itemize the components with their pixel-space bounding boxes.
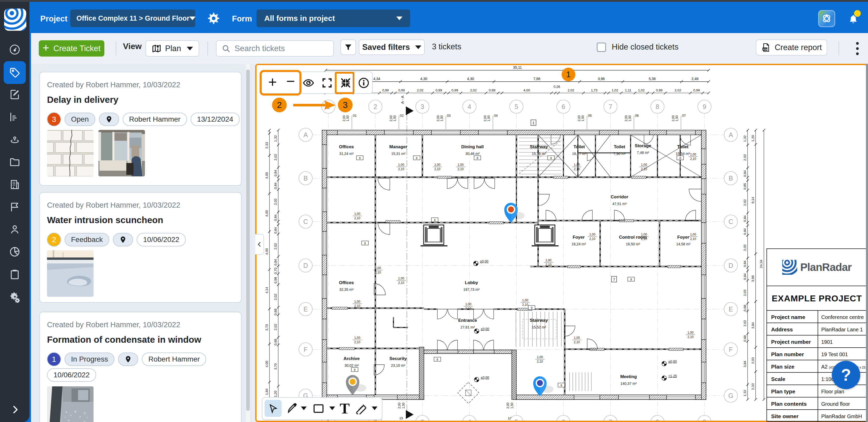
svg-text:3,99: 3,99 bbox=[751, 275, 755, 282]
svg-text:Offices: Offices bbox=[339, 144, 354, 149]
svg-text:D: D bbox=[728, 262, 733, 269]
svg-text:C: C bbox=[728, 218, 733, 225]
svg-text:2,33: 2,33 bbox=[265, 142, 269, 149]
svg-text:8: 8 bbox=[476, 157, 478, 160]
svg-text:01: 01 bbox=[353, 113, 356, 118]
svg-text:06: 06 bbox=[635, 113, 639, 118]
svg-text:15,31 m²: 15,31 m² bbox=[391, 152, 406, 156]
svg-text:8: 8 bbox=[550, 157, 552, 160]
svg-text:2,10: 2,10 bbox=[687, 335, 693, 339]
svg-text:2,10: 2,10 bbox=[574, 167, 580, 171]
svg-text:24,34: 24,34 bbox=[759, 260, 763, 268]
svg-text:2,02: 2,02 bbox=[274, 294, 277, 300]
svg-text:2,03: 2,03 bbox=[751, 357, 755, 364]
svg-text:1,00: 1,00 bbox=[574, 336, 580, 339]
svg-text:2,10: 2,10 bbox=[641, 237, 647, 241]
svg-text:0,84: 0,84 bbox=[274, 170, 277, 176]
svg-text:1,00: 1,00 bbox=[522, 298, 528, 302]
svg-text:7: 7 bbox=[613, 277, 615, 282]
svg-text:2,02: 2,02 bbox=[743, 320, 747, 326]
svg-text:1,11: 1,11 bbox=[625, 88, 631, 92]
svg-text:9,14: 9,14 bbox=[751, 197, 755, 203]
svg-text:B: B bbox=[729, 174, 733, 182]
svg-text:2,02: 2,02 bbox=[274, 243, 277, 250]
svg-text:30,02 m²: 30,02 m² bbox=[344, 363, 359, 367]
svg-text:F: F bbox=[304, 346, 307, 353]
svg-text:04: 04 bbox=[494, 113, 498, 118]
svg-text:8: 8 bbox=[364, 242, 366, 245]
svg-text:2,00: 2,00 bbox=[436, 115, 440, 121]
svg-text:2,10: 2,10 bbox=[690, 237, 696, 241]
svg-text:1,32: 1,32 bbox=[274, 135, 277, 142]
svg-text:15,54 m²: 15,54 m² bbox=[676, 152, 690, 156]
svg-text:2,00: 2,00 bbox=[624, 115, 628, 121]
svg-text:1,50: 1,50 bbox=[628, 115, 632, 121]
svg-text:Archive: Archive bbox=[344, 356, 360, 361]
svg-text:1,50: 1,50 bbox=[581, 115, 585, 121]
svg-text:15,76 m²: 15,76 m² bbox=[532, 152, 546, 156]
svg-text:3,70: 3,70 bbox=[274, 363, 277, 370]
svg-text:1,02: 1,02 bbox=[638, 88, 645, 92]
svg-text:1,50: 1,50 bbox=[675, 115, 679, 121]
svg-text:0,84: 0,84 bbox=[274, 214, 277, 221]
svg-text:4,14: 4,14 bbox=[265, 287, 269, 293]
svg-text:B: B bbox=[304, 174, 308, 182]
svg-text:3,96: 3,96 bbox=[598, 77, 605, 81]
svg-text:1,00: 1,00 bbox=[690, 153, 696, 156]
svg-text:±0,00: ±0,00 bbox=[481, 376, 489, 379]
svg-text:Toilet: Toilet bbox=[574, 144, 585, 149]
svg-text:1,20: 1,20 bbox=[751, 135, 755, 141]
svg-text:1,00: 1,00 bbox=[458, 163, 464, 167]
svg-text:Stairway: Stairway bbox=[530, 318, 548, 323]
svg-text:03: 03 bbox=[447, 113, 451, 118]
svg-text:2,02: 2,02 bbox=[470, 88, 476, 92]
svg-text:0,68: 0,68 bbox=[743, 305, 747, 311]
svg-text:2,10: 2,10 bbox=[690, 157, 696, 161]
svg-text:07: 07 bbox=[682, 113, 686, 118]
svg-text:1,32: 1,32 bbox=[743, 135, 747, 142]
svg-text:0,84: 0,84 bbox=[743, 228, 747, 235]
svg-text:0,84: 0,84 bbox=[274, 259, 277, 265]
svg-text:8: 8 bbox=[630, 278, 632, 281]
svg-text:9: 9 bbox=[703, 103, 706, 110]
svg-text:1,00: 1,00 bbox=[690, 233, 696, 236]
svg-text:8: 8 bbox=[437, 358, 438, 361]
svg-text:1,84: 1,84 bbox=[265, 388, 269, 395]
svg-text:15,52 m²: 15,52 m² bbox=[532, 325, 546, 329]
svg-text:1,00: 1,00 bbox=[434, 163, 440, 167]
svg-text:8: 8 bbox=[434, 219, 436, 222]
svg-text:A: A bbox=[729, 131, 733, 138]
svg-text:1,73: 1,73 bbox=[591, 88, 597, 92]
svg-text:Stairway: Stairway bbox=[530, 144, 548, 149]
svg-text:1,50: 1,50 bbox=[402, 402, 405, 409]
svg-text:1,00: 1,00 bbox=[641, 233, 647, 236]
svg-text:0,84: 0,84 bbox=[743, 170, 747, 177]
svg-text:14,58 m²: 14,58 m² bbox=[676, 242, 690, 246]
svg-text:2,10: 2,10 bbox=[574, 340, 580, 344]
svg-text:31,24 m²: 31,24 m² bbox=[339, 152, 354, 156]
svg-text:2,02: 2,02 bbox=[743, 154, 747, 161]
svg-text:30,46 m²: 30,46 m² bbox=[465, 152, 480, 156]
svg-text:2,00: 2,00 bbox=[506, 402, 510, 409]
svg-text:±0,00: ±0,00 bbox=[481, 327, 489, 331]
svg-text:2: 2 bbox=[374, 103, 377, 110]
svg-text:3: 3 bbox=[421, 418, 424, 421]
svg-text:05: 05 bbox=[588, 113, 592, 118]
svg-text:6: 6 bbox=[562, 103, 565, 110]
svg-text:1,00: 1,00 bbox=[398, 163, 404, 167]
svg-text:1,00: 1,00 bbox=[589, 233, 595, 236]
svg-text:Dining hall: Dining hall bbox=[461, 144, 484, 149]
svg-text:4,00: 4,00 bbox=[265, 210, 269, 217]
svg-text:16,24 m²: 16,24 m² bbox=[571, 242, 586, 246]
svg-text:C: C bbox=[303, 218, 308, 225]
svg-text:Manager: Manager bbox=[389, 144, 407, 149]
svg-text:0,99: 0,99 bbox=[452, 88, 458, 92]
svg-text:E: E bbox=[729, 305, 733, 313]
svg-text:0,84: 0,84 bbox=[743, 216, 747, 222]
svg-text:2,02: 2,02 bbox=[417, 88, 424, 92]
svg-text:5,38: 5,38 bbox=[649, 77, 656, 81]
svg-text:1,00: 1,00 bbox=[687, 331, 693, 334]
svg-text:0,84: 0,84 bbox=[274, 227, 277, 234]
svg-text:PDF: PDF bbox=[763, 48, 768, 51]
svg-text:2,10: 2,10 bbox=[522, 303, 528, 306]
